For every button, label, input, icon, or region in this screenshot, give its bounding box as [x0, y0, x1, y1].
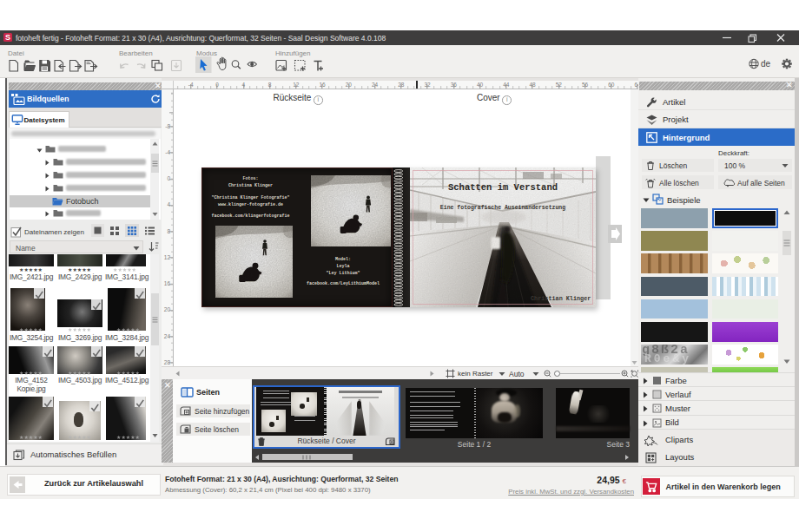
svg-text:de: de — [761, 59, 771, 69]
